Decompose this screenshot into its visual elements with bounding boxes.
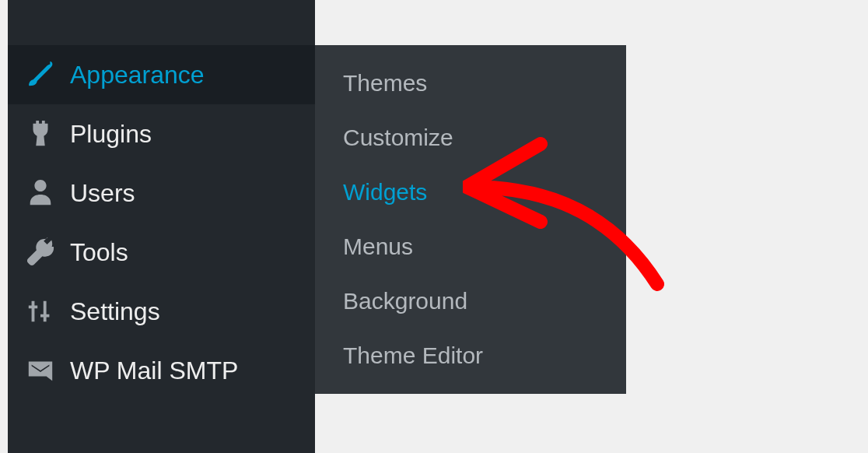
wrench-icon	[25, 237, 56, 268]
sidebar-item-label: Settings	[70, 297, 160, 326]
sidebar-item-label: WP Mail SMTP	[70, 356, 238, 385]
sidebar-item-label: Users	[70, 179, 135, 208]
sidebar-item-wp-mail-smtp[interactable]: WP Mail SMTP	[8, 341, 315, 400]
submenu-item-label: Theme Editor	[343, 342, 483, 368]
submenu-item-widgets[interactable]: Widgets	[315, 165, 626, 219]
submenu-item-themes[interactable]: Themes	[315, 56, 626, 111]
submenu-item-theme-editor[interactable]: Theme Editor	[315, 328, 626, 383]
submenu-item-customize[interactable]: Customize	[315, 111, 626, 165]
sidebar-item-label: Plugins	[70, 120, 152, 149]
sidebar-item-appearance[interactable]: Appearance	[8, 45, 315, 104]
user-icon	[25, 177, 56, 209]
submenu-item-background[interactable]: Background	[315, 274, 626, 328]
plug-icon	[25, 118, 56, 149]
submenu-item-label: Widgets	[343, 179, 427, 205]
submenu-item-menus[interactable]: Menus	[315, 219, 626, 274]
paintbrush-icon	[25, 59, 56, 90]
sidebar-item-plugins[interactable]: Plugins	[8, 104, 315, 163]
sidebar-item-settings[interactable]: Settings	[8, 282, 315, 341]
admin-sidebar: Appearance Plugins Users Tools Settings …	[8, 0, 315, 453]
mail-icon	[25, 355, 56, 386]
sidebar-item-label: Appearance	[70, 61, 205, 90]
sidebar-item-label: Tools	[70, 238, 128, 267]
submenu-item-label: Themes	[343, 70, 427, 96]
submenu-item-label: Customize	[343, 125, 453, 150]
sliders-icon	[25, 296, 56, 327]
submenu-item-label: Menus	[343, 234, 413, 259]
sidebar-item-users[interactable]: Users	[8, 163, 315, 223]
appearance-submenu: Themes Customize Widgets Menus Backgroun…	[315, 45, 626, 394]
sidebar-item-tools[interactable]: Tools	[8, 223, 315, 282]
sidebar-gap	[8, 0, 315, 45]
submenu-item-label: Background	[343, 288, 467, 314]
